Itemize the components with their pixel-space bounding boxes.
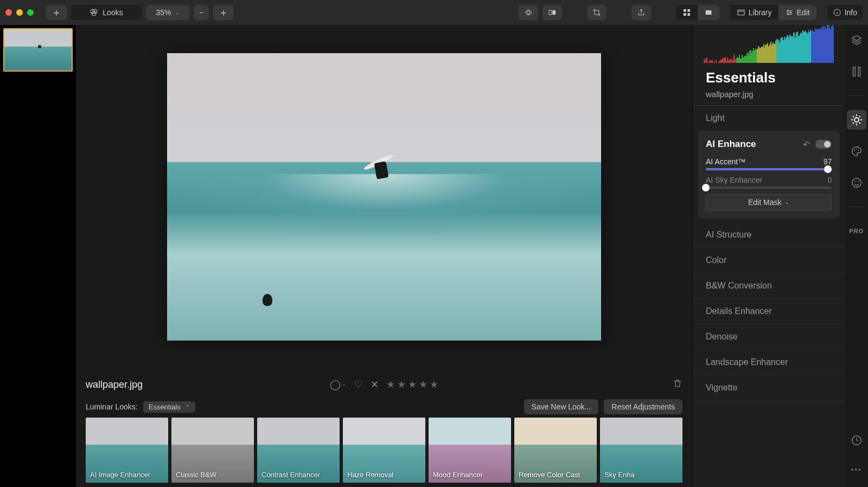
svg-rect-16 xyxy=(858,67,860,76)
star-icon[interactable]: ★ xyxy=(430,379,438,390)
reject-button[interactable]: ✕ xyxy=(371,379,379,390)
looks-toolbar-button[interactable]: Looks xyxy=(71,5,142,20)
look-preset[interactable]: Mood Enhancer xyxy=(429,418,511,483)
library-tab[interactable]: Library xyxy=(730,5,778,20)
section-denoise[interactable]: Denoise xyxy=(693,324,845,350)
history-tool[interactable] xyxy=(847,431,866,450)
svg-rect-15 xyxy=(853,67,855,76)
minimize-window-button[interactable] xyxy=(16,9,23,16)
color-tag-button[interactable]: ◯⌃ xyxy=(330,379,347,390)
section-details-enhancer[interactable]: Details Enhancer xyxy=(693,299,845,324)
add-button[interactable]: ＋ xyxy=(46,5,67,20)
plus-icon: ＋ xyxy=(219,6,228,19)
preview-toggle-button[interactable] xyxy=(519,5,538,20)
compare-button[interactable] xyxy=(542,5,562,20)
single-icon xyxy=(704,8,713,17)
canvas-tool[interactable] xyxy=(847,62,866,81)
share-button[interactable] xyxy=(631,5,651,20)
section-ai-structure[interactable]: AI Structure xyxy=(693,222,845,248)
creative-tool[interactable] xyxy=(847,142,866,161)
look-label: Contrast Enhancer xyxy=(261,471,335,479)
star-icon[interactable]: ★ xyxy=(397,379,406,390)
sliders-icon xyxy=(785,8,794,17)
star-icon[interactable]: ★ xyxy=(408,379,417,390)
essentials-tool[interactable] xyxy=(847,110,866,130)
svg-rect-8 xyxy=(687,13,690,16)
edit-tab[interactable]: Edit xyxy=(778,5,816,20)
palette-icon xyxy=(851,145,863,157)
tool-rail: PRO ••• xyxy=(845,25,868,487)
reset-adjustments-button[interactable]: Reset Adjustments xyxy=(604,399,682,414)
ai-sky-slider-row: AI Sky Enhancer 0 xyxy=(706,176,832,189)
look-preset[interactable]: Contrast Enhancer xyxy=(257,418,340,483)
svg-rect-3 xyxy=(549,10,552,15)
looks-category-dropdown[interactable]: Essentials ⌃ xyxy=(143,401,195,413)
close-window-button[interactable] xyxy=(5,9,12,16)
grid-view-button[interactable] xyxy=(676,5,698,20)
section-landscape-enhancer[interactable]: Landscape Enhancer xyxy=(693,350,845,375)
favorite-button[interactable]: ♡ xyxy=(354,379,363,390)
portrait-tool[interactable] xyxy=(847,173,866,193)
thumbnail-selected[interactable] xyxy=(3,28,73,72)
pro-tool[interactable]: PRO xyxy=(847,221,866,241)
more-tool[interactable]: ••• xyxy=(847,460,866,479)
trash-icon xyxy=(673,379,682,388)
look-label: Classic B&W xyxy=(176,471,250,479)
svg-rect-7 xyxy=(684,13,686,16)
look-preset[interactable]: Remove Color Cast xyxy=(514,418,597,483)
section-bw-conversion[interactable]: B&W Conversion xyxy=(693,273,845,299)
delete-button[interactable] xyxy=(673,379,682,390)
section-light[interactable]: Light xyxy=(693,106,845,131)
star-icon[interactable]: ★ xyxy=(419,379,427,390)
section-vignette[interactable]: Vignette xyxy=(693,375,845,401)
share-icon xyxy=(637,8,646,17)
pro-label: PRO xyxy=(849,228,864,234)
ai-sky-slider[interactable] xyxy=(706,187,832,189)
look-label: Haze Removal xyxy=(347,471,421,479)
single-view-button[interactable] xyxy=(698,5,719,20)
svg-point-23 xyxy=(858,181,859,182)
maximize-window-button[interactable] xyxy=(27,9,34,16)
ai-accent-slider[interactable] xyxy=(706,168,832,170)
crop-button[interactable] xyxy=(587,5,607,20)
looks-category-value: Essentials xyxy=(149,403,181,411)
sun-icon xyxy=(850,113,863,126)
look-label: Remove Color Cast xyxy=(519,471,592,479)
svg-point-12 xyxy=(790,12,792,14)
zoom-out-button[interactable]: − xyxy=(194,5,209,20)
zoom-dropdown[interactable]: 35% ⌄ xyxy=(146,5,189,20)
canvas-column: wallpaper.jpg ◯⌃ ♡ ✕ ★ ★ ★ ★ ★ xyxy=(76,25,692,487)
window-controls xyxy=(5,9,34,16)
edit-mask-button[interactable]: Edit Mask ⌄ xyxy=(706,194,832,210)
canvas-area[interactable] xyxy=(76,25,692,369)
svg-point-20 xyxy=(858,150,859,151)
ai-sky-label: AI Sky Enhancer xyxy=(706,176,762,184)
look-preset[interactable]: AI Image Enhancer xyxy=(86,418,168,483)
edit-panel: Essentials wallpaper.jpg Light AI Enhanc… xyxy=(692,25,845,487)
info-icon xyxy=(833,8,841,17)
zoom-in-button[interactable]: ＋ xyxy=(213,5,234,20)
svg-rect-10 xyxy=(738,10,744,15)
look-preset[interactable]: Classic B&W xyxy=(171,418,254,483)
zoom-value: 35% xyxy=(156,8,171,17)
look-preset[interactable]: Sky Enha xyxy=(600,418,682,483)
panel-filename: wallpaper.jpg xyxy=(693,88,845,106)
ai-accent-slider-row: AI Accent™ 97 xyxy=(706,157,832,170)
section-color[interactable]: Color xyxy=(693,248,845,273)
ai-accent-label: AI Accent™ xyxy=(706,157,745,166)
filename-label: wallpaper.jpg xyxy=(86,379,143,390)
library-label: Library xyxy=(749,8,772,17)
svg-point-19 xyxy=(856,149,857,150)
svg-point-21 xyxy=(852,178,861,188)
look-preset[interactable]: Haze Removal xyxy=(343,418,425,483)
undo-button[interactable]: ↶ xyxy=(803,139,810,150)
info-button[interactable]: Info xyxy=(827,5,863,20)
svg-rect-5 xyxy=(684,9,686,12)
ai-enhance-toggle[interactable] xyxy=(815,140,832,149)
svg-point-18 xyxy=(854,150,855,151)
histogram[interactable] xyxy=(704,25,834,63)
star-icon[interactable]: ★ xyxy=(386,379,395,390)
layers-tool[interactable] xyxy=(847,30,866,50)
star-rating[interactable]: ★ ★ ★ ★ ★ xyxy=(386,379,438,390)
save-new-look-button[interactable]: Save New Look... xyxy=(524,399,599,414)
